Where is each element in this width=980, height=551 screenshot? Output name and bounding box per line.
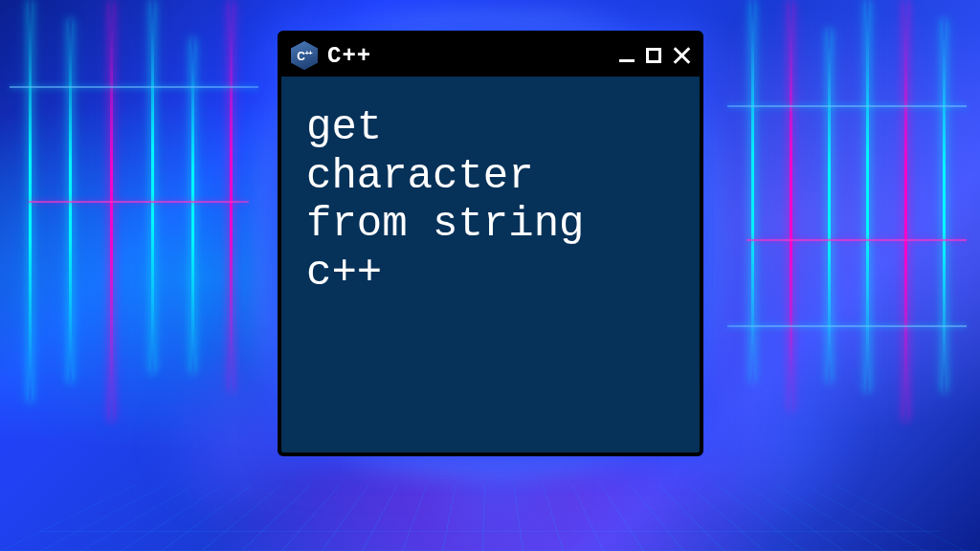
window-title: C++ <box>327 43 610 69</box>
window-controls <box>619 47 690 64</box>
terminal-content: get character from string c++ <box>281 77 700 452</box>
cpp-logo-icon: C++ <box>291 41 318 70</box>
grid-floor <box>0 485 980 551</box>
terminal-window: C++ C++ get character from string c++ <box>278 31 703 456</box>
maximize-button[interactable] <box>646 48 661 63</box>
titlebar[interactable]: C++ C++ <box>281 34 700 77</box>
close-button[interactable] <box>673 47 690 64</box>
minimize-button[interactable] <box>619 50 635 62</box>
